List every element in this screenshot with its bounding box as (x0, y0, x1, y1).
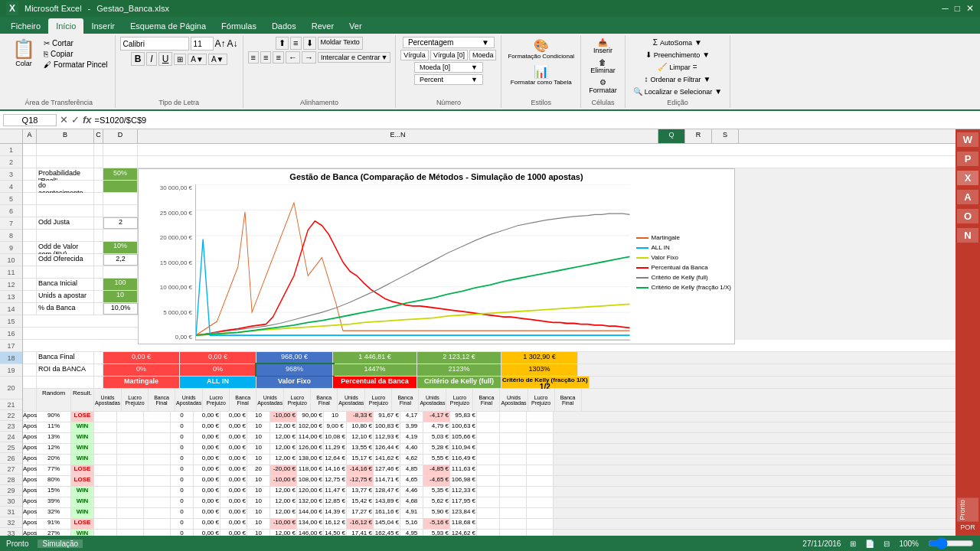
mart-unids-2[interactable] (94, 433, 117, 443)
mart-unids-9[interactable] (94, 508, 117, 518)
cell-d10[interactable]: 2,2 (103, 254, 138, 266)
cell-a3[interactable] (23, 168, 37, 180)
row-num-20[interactable]: 20 (0, 377, 22, 399)
cell-b12[interactable]: Banca Inicial (37, 279, 94, 290)
increase-font-icon[interactable]: A↑ (215, 38, 226, 49)
row-num-21[interactable]: 21 (0, 399, 22, 410)
mart-lucro-4[interactable] (117, 455, 144, 465)
align-bottom-icon[interactable]: ⬇ (303, 37, 316, 50)
row-num-4[interactable]: 4 (0, 181, 22, 193)
pb-lucro-7[interactable]: 13,77 € (347, 487, 374, 497)
mart-unids-10[interactable] (94, 519, 117, 529)
vf-lucro-2[interactable]: 12,00 € (270, 433, 297, 443)
formula-input[interactable] (95, 116, 977, 125)
cell-random-11[interactable]: 27% (37, 530, 71, 536)
allin-unids-2[interactable]: 0 (171, 433, 194, 443)
cell-d3[interactable]: 50% (103, 168, 138, 180)
kf-lucro-2[interactable]: 5,03 € (423, 433, 450, 443)
sheet-tab[interactable]: Simulação (38, 540, 83, 548)
pb-unids-4[interactable]: 12,64 € (324, 455, 347, 465)
vf-lucro-8[interactable]: 12,00 € (270, 497, 297, 507)
row-num-6[interactable]: 6 (0, 205, 22, 217)
row-num-29[interactable]: 29 (0, 485, 22, 496)
tab-rever[interactable]: Rever (304, 18, 341, 34)
cell-c19[interactable] (94, 377, 103, 388)
minimize-icon[interactable]: ─ (942, 3, 949, 14)
pb-unids-0[interactable]: 10 (324, 412, 347, 422)
vf-unids-3[interactable]: 10 (247, 444, 270, 454)
border-button[interactable]: ⊞ (174, 54, 186, 65)
vf-lucro-6[interactable]: -10,00 € (270, 476, 297, 486)
cell-result-11[interactable]: WIN (71, 530, 94, 536)
vf-banca-8[interactable]: 132,00 € (297, 497, 324, 507)
font-color-button[interactable]: A▼ (208, 54, 227, 65)
pb-banca-6[interactable]: 114,71 € (374, 476, 400, 486)
allin-lucro-6[interactable]: 0,00 € (194, 476, 220, 486)
allin-lucro-7[interactable]: 0,00 € (194, 487, 220, 497)
kf-unids-7[interactable]: 4,46 (400, 487, 423, 497)
mart-unids-7[interactable] (94, 487, 117, 497)
pb-lucro-1[interactable]: 10,80 € (347, 422, 374, 432)
tab-dados[interactable]: Dados (264, 18, 304, 34)
fill-button[interactable]: ⬇ Preenchimento ▼ (642, 49, 713, 60)
kfrac-unids-11[interactable] (477, 530, 500, 536)
row-num-3[interactable]: 3 (0, 168, 22, 181)
row-num-12[interactable]: 12 (0, 279, 22, 291)
align-left-icon[interactable]: ≡ (248, 51, 259, 64)
allin-lucro-3[interactable]: 0,00 € (194, 444, 220, 454)
cut-button[interactable]: ✂ Cortar (41, 38, 110, 48)
col-header-a[interactable]: A (23, 129, 37, 143)
allin-unids-9[interactable]: 0 (171, 508, 194, 518)
vf-lucro-5[interactable]: -20,00 € (270, 465, 297, 475)
cell-a13[interactable] (23, 291, 37, 302)
vf-lucro-9[interactable]: 12,00 € (270, 508, 297, 518)
row-num-17[interactable]: 17 (0, 340, 22, 352)
kf-lucro-4[interactable]: 5,55 € (423, 455, 450, 465)
kfrac-lucro-5[interactable] (500, 465, 527, 475)
cell-result-5[interactable]: LOSE (71, 465, 94, 475)
percent-format-dropdown[interactable]: Percent▼ (414, 74, 483, 85)
cell-16-rest[interactable] (23, 328, 138, 339)
allin-lucro-2[interactable]: 0,00 € (194, 433, 220, 443)
cell-d13[interactable]: 10 (103, 291, 138, 302)
cell-d14[interactable]: 10,0% (103, 303, 138, 315)
pb-banca-5[interactable]: 127,46 € (374, 465, 400, 475)
tab-formulas[interactable]: Fórmulas (214, 18, 264, 34)
kfrac-unids-9[interactable] (477, 508, 500, 518)
cell-c18[interactable] (94, 364, 103, 376)
cell-a10[interactable] (23, 254, 37, 266)
roi-valor-fixo[interactable]: 968% (256, 364, 333, 376)
kfrac-lucro-3[interactable] (500, 444, 527, 454)
pb-lucro-5[interactable]: -14,16 € (347, 465, 374, 475)
cell-random-0[interactable]: 90% (37, 412, 71, 422)
sidebar-powerpoint-icon[interactable]: P (957, 152, 978, 166)
banca-final-all-in[interactable]: 0,00 € (180, 352, 256, 364)
vf-unids-1[interactable]: 10 (247, 422, 270, 432)
row-num-2[interactable]: 2 (0, 156, 22, 168)
row-label-0[interactable]: Aposta1 (23, 412, 37, 422)
insert-button[interactable]: 📥 Inserir (590, 37, 616, 56)
cell-c17[interactable] (94, 352, 103, 364)
zoom-slider[interactable] (928, 540, 974, 547)
cell-15-rest[interactable] (23, 315, 138, 327)
vf-unids-5[interactable]: 20 (247, 465, 270, 475)
kfrac-banca-3[interactable] (527, 444, 554, 454)
pb-lucro-6[interactable]: -12,75 € (347, 476, 374, 486)
vf-unids-0[interactable]: 10 (247, 412, 270, 422)
clear-button[interactable]: 🧹 Limpar = (655, 61, 700, 73)
cell-b4[interactable]: do acontecimento (37, 181, 94, 192)
kfrac-banca-1[interactable] (527, 422, 554, 432)
allin-banca-6[interactable]: 0,00 € (220, 476, 247, 486)
tab-esquema[interactable]: Esquema de Página (122, 18, 214, 34)
conditional-formatting-button[interactable]: 🎨 Formatação Condicional (506, 37, 576, 61)
mart-unids-6[interactable] (94, 476, 117, 486)
currency-format-dropdown[interactable]: Moeda [0]▼ (414, 62, 483, 73)
kf-unids-8[interactable]: 4,68 (400, 497, 423, 507)
allin-unids-10[interactable]: 0 (171, 519, 194, 529)
format-painter-button[interactable]: 🖌 Formatar Pincel (41, 60, 110, 70)
kfrac-unids-3[interactable] (477, 444, 500, 454)
cell-b1[interactable] (37, 144, 94, 155)
sidebar-access-icon[interactable]: A (957, 190, 978, 204)
allin-unids-0[interactable]: 0 (171, 412, 194, 422)
wrap-text-button[interactable]: Moldar Texto (318, 37, 363, 50)
